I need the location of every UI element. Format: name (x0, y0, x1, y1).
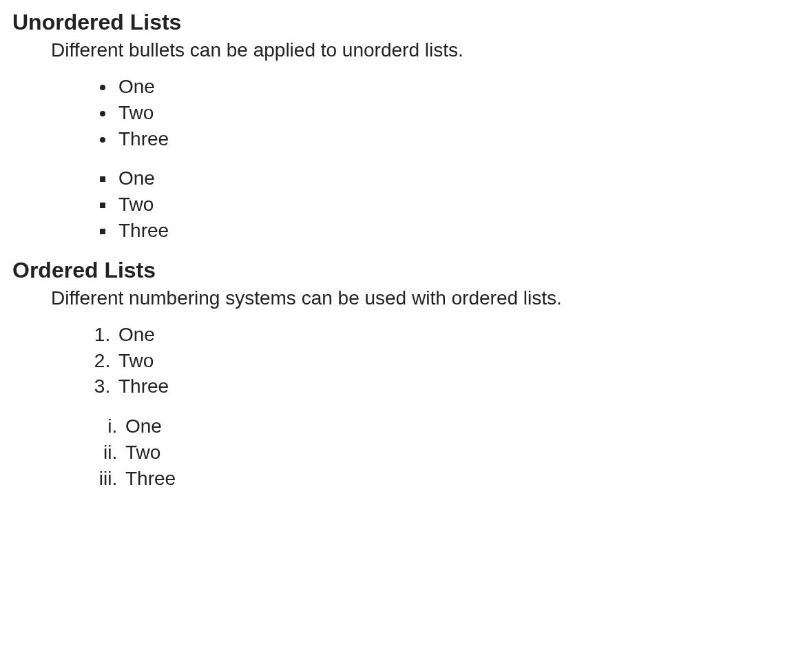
list-item: One (116, 165, 800, 192)
list-item: Two (116, 192, 800, 218)
list-item: One (116, 74, 800, 100)
list-item: Three (116, 373, 800, 400)
list-item: Three (116, 126, 800, 152)
unordered-list-square: One Two Three (12, 165, 800, 243)
list-item: Two (116, 348, 800, 374)
ordered-list-roman: One Two Three (12, 413, 800, 491)
list-item: One (123, 413, 800, 440)
ordered-heading: Ordered Lists (12, 258, 800, 283)
unordered-description: Different bullets can be applied to unor… (51, 39, 800, 61)
ordered-list-decimal: One Two Three (12, 322, 800, 400)
list-item: Two (123, 440, 800, 466)
unordered-heading: Unordered Lists (12, 10, 800, 35)
list-item: One (116, 322, 800, 348)
list-item: Two (116, 100, 800, 126)
list-item: Three (116, 218, 800, 244)
list-item: Three (123, 466, 800, 492)
unordered-list-disc: One Two Three (12, 74, 800, 152)
ordered-description: Different numbering systems can be used … (51, 287, 800, 309)
